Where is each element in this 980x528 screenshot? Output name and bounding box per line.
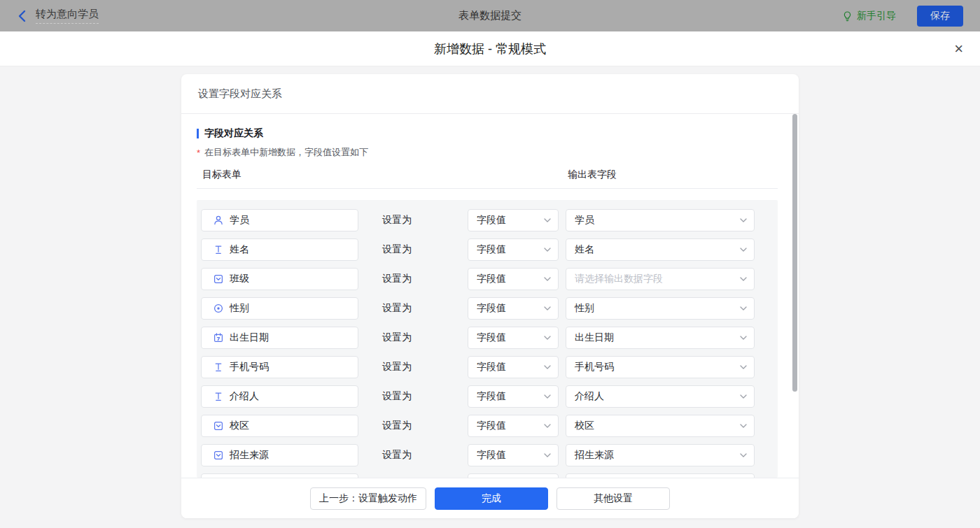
field-mapping-row: 学员 设置为 字段值 学员 bbox=[201, 209, 778, 231]
output-field-selected: 出生日期 bbox=[575, 331, 614, 344]
card-footer: 上一步：设置触发动作 完成 其他设置 bbox=[181, 478, 799, 518]
chevron-down-icon bbox=[544, 306, 551, 311]
target-field-label: 性别 bbox=[230, 302, 249, 315]
chevron-down-icon bbox=[740, 248, 747, 252]
target-field-label: 招生来源 bbox=[230, 449, 269, 462]
output-field-select[interactable]: 介绍人 bbox=[566, 385, 755, 408]
value-mode-selected: 字段值 bbox=[477, 214, 506, 227]
target-field-label: 介绍人 bbox=[230, 390, 259, 403]
target-field-box: 姓名 bbox=[201, 238, 358, 261]
target-field-box: 学员 bbox=[201, 209, 358, 231]
set-as-label: 设置为 bbox=[382, 361, 412, 373]
flow-name-label[interactable]: 转为意向学员 bbox=[36, 8, 99, 24]
target-field-label: 学员 bbox=[230, 214, 249, 227]
set-as-label: 设置为 bbox=[382, 214, 412, 227]
rows-panel: 学员 设置为 字段值 学员 姓名 设置为 字段值 姓名 bbox=[197, 200, 778, 478]
chevron-down-icon bbox=[740, 218, 747, 222]
chevron-down-icon bbox=[740, 365, 747, 369]
dropdown-field-icon bbox=[213, 273, 224, 285]
save-button[interactable]: 保存 bbox=[917, 6, 963, 27]
target-field-label: 手机号码 bbox=[230, 361, 269, 373]
output-field-select[interactable]: 手机号码 bbox=[566, 356, 755, 378]
output-field-select[interactable]: 学员 bbox=[566, 209, 755, 231]
text-field-icon bbox=[213, 244, 224, 255]
column-headers: 目标表单 输出表字段 bbox=[197, 169, 799, 183]
output-field-selected: 性别 bbox=[575, 302, 594, 315]
column-header-output-field: 输出表字段 bbox=[568, 169, 617, 181]
page-title: 表单数据提交 bbox=[458, 9, 522, 22]
target-field-box: 性别 bbox=[201, 297, 358, 320]
section-subtitle: * 在目标表单中新增数据，字段值设置如下 bbox=[197, 146, 799, 159]
section-accent-bar bbox=[197, 129, 199, 138]
chevron-down-icon bbox=[740, 394, 747, 399]
value-mode-selected: 字段值 bbox=[477, 420, 506, 432]
calendar-field-icon bbox=[213, 332, 224, 343]
value-mode-selected: 字段值 bbox=[477, 273, 506, 285]
output-field-selected: 校区 bbox=[575, 420, 594, 432]
output-field-select[interactable]: 出生日期 bbox=[566, 327, 755, 349]
field-mapping-row: 性别 设置为 字段值 性别 bbox=[201, 297, 778, 320]
back-button[interactable]: 转为意向学员 bbox=[17, 8, 99, 24]
output-field-selected: 手机号码 bbox=[575, 361, 614, 373]
section-title: 字段对应关系 bbox=[197, 128, 799, 139]
value-mode-selected: 字段值 bbox=[477, 361, 506, 373]
card-body: 字段对应关系 * 在目标表单中新增数据，字段值设置如下 目标表单 输出表字段 学… bbox=[181, 114, 799, 478]
field-mapping-row: 招生来源 设置为 字段值 招生来源 bbox=[201, 444, 778, 466]
field-mapping-row: 姓名 设置为 字段值 姓名 bbox=[201, 238, 778, 261]
output-field-select[interactable]: 姓名 bbox=[566, 238, 755, 261]
value-mode-select[interactable]: 字段值 bbox=[468, 268, 559, 290]
chevron-down-icon bbox=[544, 424, 551, 428]
set-as-label: 设置为 bbox=[382, 390, 412, 403]
scrollbar-thumb[interactable] bbox=[792, 114, 797, 392]
field-mapping-row: 手机号码 设置为 字段值 手机号码 bbox=[201, 356, 778, 378]
beginner-guide-button[interactable]: 新手引导 bbox=[842, 10, 896, 22]
required-asterisk: * bbox=[197, 148, 200, 158]
close-button[interactable]: × bbox=[954, 41, 963, 57]
output-field-select[interactable]: 校区 bbox=[566, 415, 755, 437]
chevron-down-icon bbox=[544, 248, 551, 252]
target-field-label: 姓名 bbox=[230, 243, 249, 256]
value-mode-select[interactable]: 字段值 bbox=[468, 327, 559, 349]
chevron-down-icon bbox=[740, 453, 747, 457]
target-field-label: 班级 bbox=[230, 273, 249, 285]
other-settings-button[interactable]: 其他设置 bbox=[556, 487, 670, 510]
value-mode-select[interactable]: 字段值 bbox=[468, 209, 559, 231]
chevron-down-icon bbox=[544, 277, 551, 281]
chevron-left-icon bbox=[17, 10, 27, 22]
set-as-label: 设置为 bbox=[382, 243, 412, 256]
target-field-box: 出生日期 bbox=[201, 327, 358, 349]
output-field-select[interactable]: 招生来源 bbox=[566, 444, 755, 466]
chevron-down-icon bbox=[740, 306, 747, 311]
target-field-box: 校区 bbox=[201, 415, 358, 437]
target-field-box: 招生来源 bbox=[201, 444, 358, 466]
top-bar: 转为意向学员 表单数据提交 新手引导 保存 bbox=[0, 0, 980, 31]
target-field-label: 校区 bbox=[230, 420, 249, 432]
set-as-label: 设置为 bbox=[382, 302, 412, 315]
field-mapping-row: 校区 设置为 字段值 校区 bbox=[201, 415, 778, 437]
value-mode-selected: 字段值 bbox=[477, 449, 506, 462]
output-field-selected: 姓名 bbox=[575, 243, 594, 256]
value-mode-selected: 字段值 bbox=[477, 331, 506, 344]
value-mode-select[interactable]: 字段值 bbox=[468, 238, 559, 261]
value-mode-select[interactable]: 字段值 bbox=[468, 385, 559, 408]
output-field-select[interactable]: 性别 bbox=[566, 297, 755, 320]
chevron-down-icon bbox=[740, 336, 747, 340]
lightbulb-icon bbox=[842, 10, 853, 22]
value-mode-select[interactable]: 字段值 bbox=[468, 415, 559, 437]
value-mode-select[interactable]: 字段值 bbox=[468, 444, 559, 466]
previous-step-button[interactable]: 上一步：设置触发动作 bbox=[310, 487, 426, 510]
finish-button[interactable]: 完成 bbox=[435, 487, 548, 510]
target-field-label: 出生日期 bbox=[230, 331, 269, 344]
set-as-label: 设置为 bbox=[382, 449, 412, 462]
output-field-selected: 招生来源 bbox=[575, 449, 614, 462]
text-field-icon bbox=[213, 391, 224, 402]
output-field-select[interactable]: 请选择输出数据字段 bbox=[566, 268, 755, 290]
target-field-box: 手机号码 bbox=[201, 356, 358, 378]
value-mode-select[interactable]: 字段值 bbox=[468, 297, 559, 320]
dropdown-field-icon bbox=[213, 450, 224, 461]
field-mapping-row: 班级 设置为 字段值 请选择输出数据字段 bbox=[201, 268, 778, 290]
value-mode-select[interactable]: 字段值 bbox=[468, 356, 559, 378]
value-mode-selected: 字段值 bbox=[477, 390, 506, 403]
value-mode-selected: 字段值 bbox=[477, 302, 506, 315]
chevron-down-icon bbox=[544, 365, 551, 369]
